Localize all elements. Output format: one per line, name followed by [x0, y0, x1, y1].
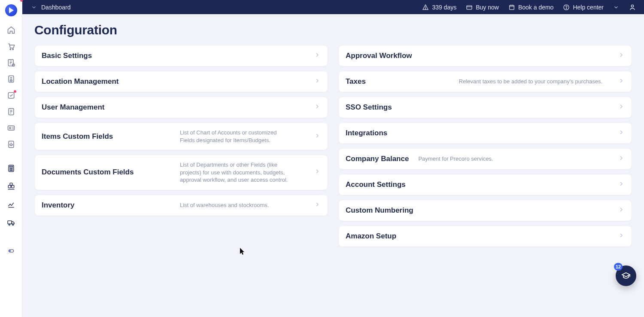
svg-point-32 — [631, 5, 633, 7]
toggle-icon[interactable] — [7, 249, 15, 257]
chevron-right-icon — [314, 168, 321, 177]
card-description: Relevant taxes to be added to your compa… — [459, 78, 602, 85]
app-logo[interactable] — [5, 4, 17, 16]
cart-icon[interactable] — [7, 42, 15, 51]
card-items-custom-fields[interactable]: Items Custom Fields List of Chart of Acc… — [34, 122, 328, 150]
card-title: SSO Settings — [346, 103, 392, 112]
svg-point-26 — [9, 250, 11, 252]
card-documents-custom-fields[interactable]: Documents Custom Fields List of Departme… — [34, 155, 328, 190]
help-center-label: Help center — [573, 4, 604, 11]
card-location-management[interactable]: Location Management — [34, 71, 328, 92]
card-title: Items Custom Fields — [42, 132, 170, 141]
nav-primary — [7, 26, 15, 149]
svg-point-13 — [9, 168, 10, 169]
topbar: Dashboard 339 days Buy now Book a demo H… — [22, 0, 644, 14]
card-description: List of warehouses and stockrooms. — [180, 201, 269, 209]
svg-rect-12 — [9, 166, 12, 168]
svg-point-15 — [12, 168, 12, 169]
approvals-icon[interactable] — [7, 91, 15, 100]
card-description: List of Departments or other Fields (lik… — [180, 161, 289, 184]
chevron-right-icon — [314, 132, 321, 141]
help-center-link[interactable]: Help center — [563, 4, 604, 11]
payments-icon[interactable] — [7, 124, 15, 132]
chevron-right-icon — [314, 77, 321, 86]
svg-point-14 — [11, 168, 12, 169]
user-icon[interactable] — [629, 3, 636, 11]
svg-rect-10 — [9, 141, 14, 148]
svg-point-17 — [11, 170, 12, 171]
card-inventory[interactable]: Inventory List of warehouses and stockro… — [34, 195, 328, 216]
chevron-right-icon — [618, 129, 625, 137]
svg-rect-19 — [8, 186, 11, 188]
svg-rect-6 — [8, 92, 14, 98]
trial-days-label: 339 days — [432, 4, 456, 11]
card-taxes[interactable]: Taxes Relevant taxes to be added to your… — [338, 71, 632, 92]
svg-point-18 — [12, 170, 12, 171]
card-title: Taxes — [346, 77, 366, 86]
chevron-right-icon — [314, 52, 321, 60]
sidebar — [0, 0, 22, 317]
card-basic-settings[interactable]: Basic Settings — [34, 45, 328, 67]
chevron-right-icon — [618, 180, 625, 189]
truck-icon[interactable] — [7, 218, 15, 229]
card-title: User Management — [42, 103, 104, 112]
svg-rect-21 — [10, 183, 12, 185]
svg-rect-29 — [510, 5, 514, 9]
card-sso-settings[interactable]: SSO Settings — [338, 97, 632, 118]
card-title: Integrations — [346, 129, 387, 137]
card-description: List of Chart of Accounts or customized … — [180, 129, 289, 144]
request-icon[interactable] — [7, 58, 15, 67]
chevron-right-icon — [314, 201, 321, 210]
svg-point-27 — [425, 8, 426, 9]
chevron-right-icon — [618, 77, 625, 86]
card-title: Approval Workflow — [346, 52, 412, 60]
svg-point-16 — [9, 170, 10, 171]
chevron-right-icon — [618, 155, 625, 163]
svg-point-9 — [9, 127, 11, 129]
svg-rect-5 — [10, 80, 12, 82]
card-title: Account Settings — [346, 180, 406, 189]
invoice-icon[interactable] — [7, 107, 15, 116]
page-title: Configuration — [34, 23, 632, 37]
book-demo-label: Book a demo — [518, 4, 554, 11]
card-account-settings[interactable]: Account Settings — [338, 174, 632, 195]
svg-rect-22 — [8, 221, 12, 224]
buy-now-label: Buy now — [476, 4, 499, 11]
card-company-balance[interactable]: Company Balance Payment for Precoro serv… — [338, 148, 632, 170]
chevron-right-icon — [314, 103, 321, 112]
card-title: Amazon Setup — [346, 232, 396, 241]
home-icon[interactable] — [7, 26, 15, 34]
chevron-right-icon — [618, 52, 625, 60]
chevron-right-icon — [618, 206, 625, 215]
card-amazon-setup[interactable]: Amazon Setup — [338, 226, 632, 247]
svg-point-1 — [12, 49, 13, 50]
svg-point-31 — [566, 8, 567, 9]
card-title: Basic Settings — [42, 52, 92, 60]
help-badge: 12 — [614, 263, 623, 271]
card-description: Payment for Precoro services. — [418, 155, 493, 163]
calculator-icon[interactable] — [7, 164, 15, 174]
orders-icon[interactable] — [7, 75, 15, 83]
card-title: Documents Custom Fields — [42, 168, 170, 177]
config-left-column: Basic Settings Location Management User … — [34, 45, 328, 247]
cursor-icon — [240, 247, 245, 255]
trial-days[interactable]: 339 days — [422, 4, 456, 11]
buy-now-link[interactable]: Buy now — [466, 4, 499, 11]
chevron-down-icon[interactable] — [613, 4, 619, 10]
chevron-down-icon[interactable] — [31, 4, 37, 10]
card-integrations[interactable]: Integrations — [338, 122, 632, 144]
svg-rect-28 — [467, 6, 472, 9]
card-user-management[interactable]: User Management — [34, 97, 328, 118]
chevron-right-icon — [618, 103, 625, 112]
reports-icon[interactable] — [7, 200, 15, 210]
inventory-icon[interactable] — [7, 182, 15, 192]
card-custom-numbering[interactable]: Custom Numbering — [338, 200, 632, 221]
book-demo-link[interactable]: Book a demo — [508, 4, 554, 11]
breadcrumb[interactable]: Dashboard — [41, 4, 71, 11]
budget-icon[interactable] — [7, 140, 15, 149]
card-approval-workflow[interactable]: Approval Workflow — [338, 45, 632, 67]
main: Configuration Basic Settings Location Ma… — [22, 14, 644, 317]
svg-point-24 — [12, 224, 13, 226]
card-title: Inventory — [42, 201, 170, 210]
help-bubble[interactable]: 12 — [616, 265, 636, 286]
